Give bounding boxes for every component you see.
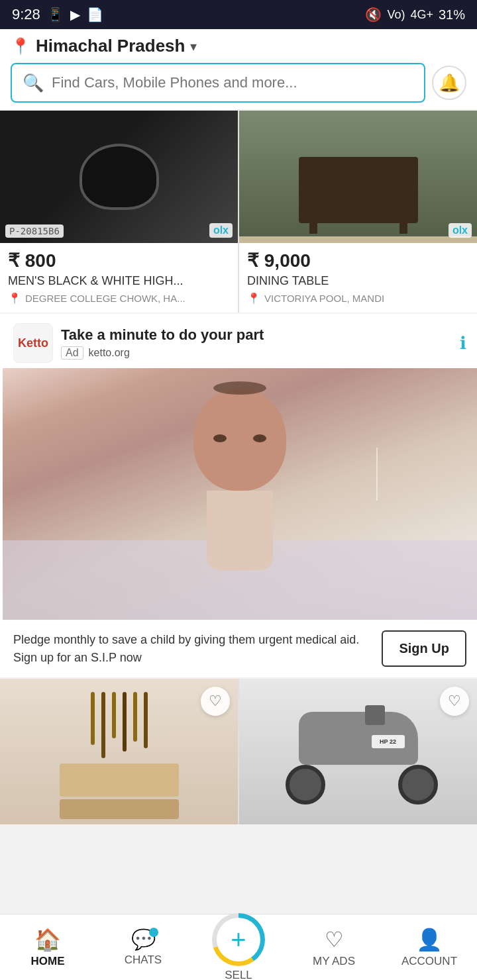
product-name: DINING TABLE	[247, 274, 469, 288]
sell-button-inner: +	[217, 918, 260, 961]
ad-banner: Ketto Take a minute to do your part Ad k…	[0, 314, 477, 677]
my-ads-label: MY ADS	[313, 955, 355, 968]
ad-description: Pledge monthly to save a child by giving…	[13, 631, 371, 667]
product-image-wrapper: P-20815B6 olx	[0, 111, 238, 243]
nav-item-account[interactable]: 👤 ACCOUNT	[382, 927, 477, 968]
search-input[interactable]	[52, 74, 413, 91]
product-location: 📍 DEGREE COLLEGE CHOWK, HA...	[8, 292, 230, 305]
list-item[interactable]: HP 22 ♡	[239, 679, 477, 824]
helmet-image	[0, 111, 238, 243]
my-ads-icon: ♡	[325, 927, 344, 952]
nav-item-chats[interactable]: 💬 CHATS	[95, 928, 191, 967]
battery-status: 31%	[439, 7, 465, 23]
olx-watermark: olx	[209, 223, 233, 238]
chat-notification-badge	[149, 928, 158, 937]
search-row: 🔍 🔔	[11, 63, 466, 103]
youtube-icon: ▶	[70, 7, 80, 23]
nav-item-sell[interactable]: + SELL	[191, 913, 286, 981]
location-row[interactable]: 📍 Himachal Pradesh ▾	[11, 36, 466, 56]
chevron-down-icon: ▾	[190, 38, 197, 54]
mute-icon: 🔇	[365, 7, 382, 23]
location-text: Himachal Pradesh	[36, 36, 185, 56]
account-icon: 👤	[416, 927, 443, 952]
signup-button[interactable]: Sign Up	[382, 630, 466, 667]
ad-left: Ketto Take a minute to do your part Ad k…	[13, 323, 264, 363]
list-item[interactable]: ♡	[0, 679, 238, 824]
search-box[interactable]: 🔍	[11, 63, 425, 103]
search-icon: 🔍	[23, 73, 44, 93]
location-pin-icon: 📍	[8, 292, 21, 305]
olx-watermark: olx	[449, 223, 472, 238]
network-icon: Vo)	[387, 8, 405, 22]
location-pin-icon: 📍	[247, 292, 260, 305]
product-info: ₹ 9,000 DINING TABLE 📍 VICTORIYA POOL, M…	[239, 243, 477, 313]
whatsapp-icon: 📱	[47, 7, 64, 23]
ad-text-block: Take a minute to do your part Ad ketto.o…	[61, 326, 264, 360]
chats-label: CHATS	[125, 954, 162, 967]
product-grid: P-20815B6 olx ₹ 800 MEN'S BLACK & WHITE …	[0, 111, 477, 313]
ad-domain: ketto.org	[89, 347, 130, 359]
lower-product-grid: ♡ HP 22 ♡	[0, 679, 477, 824]
table-image	[239, 111, 477, 243]
product-name: MEN'S BLACK & WHITE HIGH...	[8, 274, 230, 288]
ad-header: Ketto Take a minute to do your part Ad k…	[3, 314, 477, 368]
sell-label: SELL	[225, 969, 252, 981]
location-label: VICTORIYA POOL, MANDI	[264, 293, 384, 304]
list-item[interactable]: olx ₹ 9,000 DINING TABLE 📍 VICTORIYA POO…	[239, 111, 477, 313]
status-bar: 9:28 📱 ▶ 📄 🔇 Vo) 4G+ 31%	[0, 0, 477, 29]
ad-footer: Pledge monthly to save a child by giving…	[3, 620, 477, 677]
ketto-logo-text: Ketto	[18, 336, 48, 350]
product-price: ₹ 9,000	[247, 250, 469, 271]
sell-button[interactable]: +	[212, 913, 265, 966]
home-label: HOME	[31, 955, 65, 968]
wishlist-button[interactable]: ♡	[440, 687, 469, 716]
home-icon: 🏠	[34, 927, 61, 952]
product-info: ₹ 800 MEN'S BLACK & WHITE HIGH... 📍 DEGR…	[0, 243, 238, 313]
product-image-wrapper: olx	[239, 111, 477, 243]
ad-meta: Ad ketto.org	[61, 346, 264, 360]
account-label: ACCOUNT	[401, 955, 457, 968]
status-right: 🔇 Vo) 4G+ 31%	[365, 7, 465, 23]
top-bar: 📍 Himachal Pradesh ▾ 🔍 🔔	[0, 29, 477, 109]
ad-image	[3, 368, 477, 620]
plus-icon: +	[231, 926, 246, 953]
info-icon[interactable]: ℹ	[460, 333, 466, 354]
nav-item-my-ads[interactable]: ♡ MY ADS	[286, 927, 382, 968]
status-time: 9:28	[12, 6, 40, 23]
product-location: 📍 VICTORIYA POOL, MANDI	[247, 292, 469, 305]
product-price: ₹ 800	[8, 250, 230, 271]
bottom-nav: 🏠 HOME 💬 CHATS + SELL ♡ MY ADS 👤 ACCOUNT	[0, 914, 477, 980]
nav-item-home[interactable]: 🏠 HOME	[0, 927, 95, 968]
list-item[interactable]: P-20815B6 olx ₹ 800 MEN'S BLACK & WHITE …	[0, 111, 238, 313]
wishlist-button[interactable]: ♡	[201, 687, 230, 716]
location-label: DEGREE COLLEGE CHOWK, HA...	[25, 293, 186, 304]
status-left: 9:28 📱 ▶ 📄	[12, 6, 103, 23]
ad-title: Take a minute to do your part	[61, 326, 264, 344]
helmet-shape	[80, 144, 159, 210]
location-pin-icon: 📍	[11, 37, 30, 56]
ad-label: Ad	[61, 346, 83, 360]
notification-bell-button[interactable]: 🔔	[432, 66, 466, 100]
files-icon: 📄	[87, 7, 103, 23]
ketto-logo: Ketto	[13, 323, 53, 363]
product-id-badge: P-20815B6	[5, 224, 64, 238]
signal-icon: 4G+	[410, 8, 433, 22]
